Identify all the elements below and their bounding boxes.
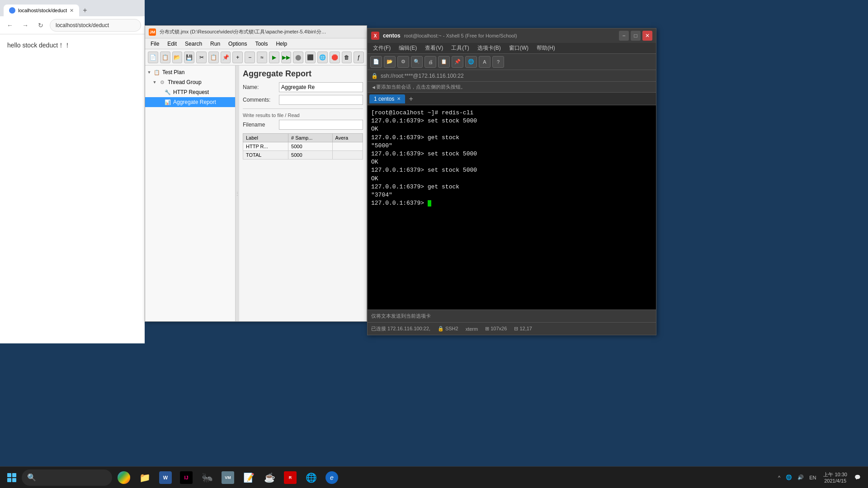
expand-button[interactable]: +	[232, 52, 243, 63]
taskbar-item-explorer[interactable]: 📁	[135, 468, 155, 488]
open-button[interactable]: 📂	[172, 52, 183, 63]
maximize-button[interactable]: □	[631, 31, 641, 41]
menu-help-xshell[interactable]: 帮助(H)	[533, 43, 559, 53]
split-handle[interactable]: ⋮	[236, 66, 239, 321]
close-button[interactable]: ✕	[642, 31, 652, 41]
start-button[interactable]	[2, 468, 22, 488]
java-icon: ☕	[263, 471, 276, 484]
xshell-open-btn[interactable]: 📂	[384, 56, 396, 68]
remote-stop[interactable]: 🛑	[330, 52, 340, 63]
menu-file-xshell[interactable]: 文件(F)	[369, 43, 394, 53]
jmeter-title: 分布式锁.jmx (D:\Resource\video\分布式锁\工具\apac…	[160, 28, 363, 35]
copy-button[interactable]: 📋	[208, 52, 219, 63]
tree-item-test-plan[interactable]: ▼ 📋 Test Plan	[145, 67, 235, 77]
word-icon: W	[159, 471, 172, 484]
start-button[interactable]: ▶	[269, 52, 279, 63]
xshell-tab-centos[interactable]: 1 centos ✕	[369, 94, 405, 103]
taskbar-item-idea[interactable]: IJ	[176, 468, 196, 488]
systray-language[interactable]: EN	[807, 475, 818, 480]
col-average: Avera	[332, 134, 363, 142]
tab-centos-label: 1 centos	[374, 96, 394, 102]
taskbar-item-redis[interactable]: R	[280, 468, 300, 488]
menu-edit-xshell[interactable]: 编辑(E)	[395, 43, 420, 53]
taskbar-item-ant[interactable]: 🐜	[197, 468, 217, 488]
taskbar-item-java[interactable]: ☕	[259, 468, 279, 488]
url-bar[interactable]: localhost/stock/deduct	[50, 19, 141, 32]
taskbar-item-vmware[interactable]: VM	[218, 468, 238, 488]
taskbar-item-notepad[interactable]: 📝	[239, 468, 259, 488]
taskbar-item-network[interactable]: 🌐	[301, 468, 321, 488]
taskbar-item-word[interactable]: W	[156, 468, 175, 488]
new-tab-button[interactable]: +	[79, 5, 90, 16]
xshell-subtitle: root@localhost:~ - Xshell 5 (Free for Ho…	[404, 33, 517, 38]
tab-close-button[interactable]: ✕	[70, 8, 74, 14]
xshell-copy-btn2[interactable]: 📋	[438, 56, 450, 68]
thread-group-label: Thread Group	[168, 79, 202, 85]
stop-button[interactable]: ⬤	[293, 52, 303, 63]
jmeter-icon: JM	[149, 28, 156, 36]
taskbar-item-chrome[interactable]	[114, 468, 134, 488]
tree-item-http-request[interactable]: 🔧 HTTP Request	[145, 87, 235, 97]
xshell-globe-btn[interactable]: 🌐	[465, 56, 477, 68]
collapse-button[interactable]: −	[245, 52, 255, 63]
menu-help[interactable]: Help	[272, 40, 291, 48]
cell-average	[332, 142, 363, 151]
back-button[interactable]: ←	[4, 19, 16, 32]
menu-tools[interactable]: Tools	[251, 40, 271, 48]
xshell-properties-btn[interactable]: ⚙	[397, 56, 409, 68]
filename-input[interactable]	[279, 120, 363, 130]
xshell-new-btn[interactable]: 📄	[370, 56, 382, 68]
xshell-paste-btn2[interactable]: 📌	[452, 56, 463, 68]
cell-samples: 5000	[288, 142, 332, 151]
tab-centos-close[interactable]: ✕	[397, 96, 401, 101]
menu-edit[interactable]: Edit	[164, 40, 180, 48]
start-no-pauses[interactable]: ▶▶	[281, 52, 292, 63]
tree-item-thread-group[interactable]: ▼ ⚙ Thread Group	[145, 77, 235, 87]
tab-favicon	[9, 7, 15, 14]
shutdown-button[interactable]: ⬛	[305, 52, 316, 63]
menu-options[interactable]: Options	[225, 40, 250, 48]
term-line-12: 127.0.0.1:6379>	[371, 199, 652, 207]
taskbar-search[interactable]: 🔍	[22, 469, 112, 486]
function-helper[interactable]: ƒ	[354, 52, 364, 63]
xshell-new-tab-button[interactable]: +	[406, 94, 415, 104]
menu-window-xshell[interactable]: 窗口(W)	[505, 43, 532, 53]
xshell-terminal[interactable]: [root@localhost ~]# redis-cli 127.0.0.1:…	[368, 105, 656, 310]
menu-run[interactable]: Run	[207, 40, 224, 48]
systray-network[interactable]: 🌐	[784, 474, 794, 480]
save-button[interactable]: 💾	[184, 52, 194, 63]
address-text: ssh://root:****@172.16.116.100:22	[381, 73, 464, 79]
menu-tools-xshell[interactable]: 工具(T)	[448, 43, 472, 53]
systray-show-hidden[interactable]: ^	[776, 475, 782, 480]
forward-button[interactable]: →	[19, 19, 32, 32]
xshell-question-btn[interactable]: ?	[492, 56, 504, 68]
menu-tabs-xshell[interactable]: 选项卡(B)	[474, 43, 505, 53]
cut-button[interactable]: ✂	[196, 52, 207, 63]
comments-input[interactable]	[279, 95, 363, 105]
systray-volume[interactable]: 🔊	[796, 474, 806, 480]
expand-space2	[158, 100, 162, 104]
menu-file[interactable]: File	[147, 40, 163, 48]
clear-button[interactable]: 🗑	[342, 52, 352, 63]
refresh-button[interactable]: ↻	[34, 19, 47, 32]
menu-search[interactable]: Search	[181, 40, 206, 48]
jmeter-menubar: File Edit Search Run Options Tools Help	[145, 38, 367, 49]
xshell-find-btn[interactable]: 🔍	[411, 56, 423, 68]
tree-item-aggregate-report[interactable]: 📊 Aggregate Report	[145, 97, 235, 107]
new-button[interactable]: 📄	[148, 52, 158, 63]
toggle-button[interactable]: ≈	[257, 52, 267, 63]
xshell-font-btn[interactable]: A	[479, 56, 491, 68]
systray-notification[interactable]: 💬	[853, 474, 863, 480]
systray-clock[interactable]: 上午 10:30 2021/4/15	[820, 471, 851, 483]
template-button[interactable]: 📋	[160, 52, 170, 63]
remote-start[interactable]: 🌐	[317, 52, 328, 63]
taskbar-item-ie[interactable]: e	[322, 468, 342, 488]
lock-icon: 🔒	[371, 73, 378, 79]
menu-view-xshell[interactable]: 查看(V)	[421, 43, 447, 53]
taskbar: 🔍 📁 W IJ 🐜 VM 📝 ☕ R 🌐	[0, 466, 868, 488]
name-input[interactable]	[279, 82, 363, 92]
paste-button[interactable]: 📌	[221, 52, 231, 63]
xshell-print-btn[interactable]: 🖨	[425, 56, 436, 68]
browser-tab[interactable]: localhost/stock/deduct ✕	[4, 5, 79, 16]
minimize-button[interactable]: −	[619, 31, 629, 41]
